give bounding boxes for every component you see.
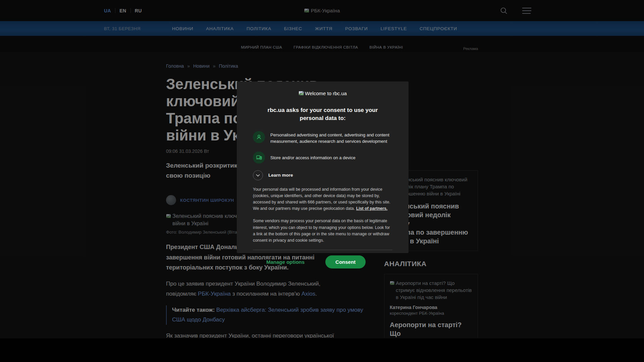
purpose-text: Personalised advertising and content, ad… bbox=[270, 131, 392, 145]
consent-legitimate-interest: Some vendors may process your personal d… bbox=[253, 218, 392, 244]
consent-welcome-text: Welcome to rbc.ua bbox=[305, 90, 347, 96]
person-icon bbox=[253, 131, 265, 143]
consent-welcome: Welcome to rbc.ua bbox=[237, 90, 409, 96]
consent-heading: rbc.ua asks for your consent to use your… bbox=[262, 106, 383, 122]
consent-disclosure: Your personal data will be processed and… bbox=[253, 186, 392, 212]
list-of-partners-link[interactable]: List of partners. bbox=[356, 206, 388, 211]
chevron-down-icon bbox=[253, 170, 263, 180]
consent-button[interactable]: Consent bbox=[325, 255, 366, 268]
consent-dialog: Welcome to rbc.ua rbc.ua asks for your c… bbox=[237, 81, 409, 253]
consent-buttons: Manage options Consent bbox=[237, 250, 409, 268]
purpose-personalised-ads: Personalised advertising and content, ad… bbox=[253, 131, 392, 145]
devices-icon bbox=[253, 152, 265, 164]
learn-more-label: Learn more bbox=[268, 173, 293, 178]
consent-purposes: Personalised advertising and content, ad… bbox=[253, 131, 392, 164]
purpose-text: Store and/or access information on a dev… bbox=[270, 152, 356, 161]
manage-options-button[interactable]: Manage options bbox=[266, 259, 305, 265]
broken-image-icon bbox=[299, 90, 304, 96]
learn-more-toggle[interactable]: Learn more bbox=[253, 170, 392, 180]
purpose-store-access: Store and/or access information on a dev… bbox=[253, 152, 392, 164]
